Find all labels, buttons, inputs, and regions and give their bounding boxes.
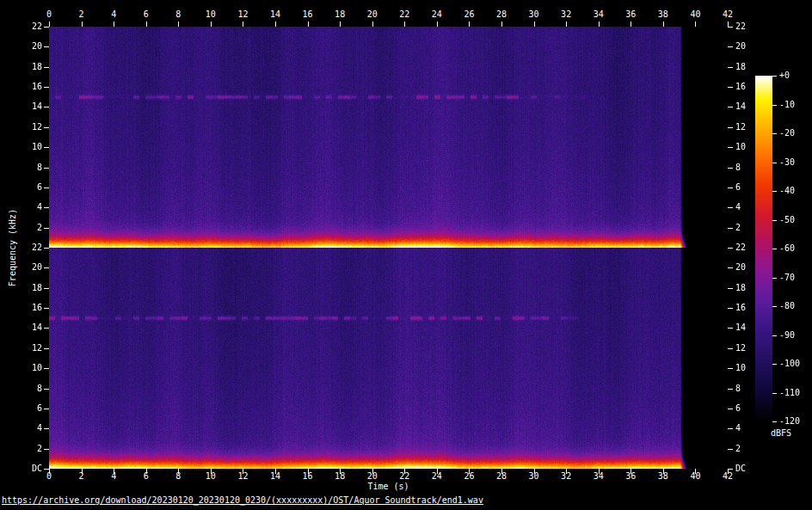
freq-tick-label-right: 18: [735, 62, 746, 72]
freq-tick-mark-left: [44, 127, 49, 128]
freq-tick-label-right: 12: [735, 343, 746, 353]
freq-tick-label-left: 14: [0, 323, 42, 333]
freq-tick-mark-left: [44, 67, 49, 68]
freq-tick-mark-right: [728, 46, 733, 47]
time-tick-label-bottom: 42: [723, 471, 733, 482]
time-tick-mark-top: [49, 22, 50, 27]
freq-tick-mark-right: [728, 27, 733, 28]
spectrogram-figure: Frequency (kHz) dBFS Time (s) https://ar…: [0, 0, 812, 510]
time-tick-mark-top: [114, 22, 114, 27]
freq-tick-label-left: 6: [0, 182, 42, 193]
freq-tick-label-left: 20: [0, 41, 42, 52]
time-tick-label-top: 40: [690, 9, 700, 20]
colorbar-tick-label: -60: [779, 243, 795, 254]
time-tick-label-top: 42: [723, 9, 733, 20]
time-tick-label-bottom: 30: [529, 471, 539, 482]
colorbar-gradient: [755, 76, 772, 421]
time-tick-label-bottom: 4: [111, 471, 116, 482]
freq-tick-mark-left: [44, 46, 49, 47]
freq-tick-mark-right: [728, 248, 733, 249]
freq-tick-mark-right: [728, 67, 733, 68]
freq-tick-mark-left: [44, 147, 49, 148]
spectrogram-channel-2: [49, 248, 728, 469]
time-tick-mark-top: [437, 22, 438, 27]
time-tick-label-bottom: 10: [206, 471, 216, 482]
time-tick-label-top: 6: [144, 9, 149, 20]
time-tick-label-top: 36: [625, 9, 636, 20]
colorbar-tick-label: -30: [779, 157, 795, 168]
spectrogram-channel-1: [49, 27, 728, 248]
time-tick-mark-top: [275, 22, 276, 27]
time-tick-label-bottom: 6: [144, 471, 149, 482]
colorbar-tick-label: -90: [779, 330, 795, 341]
time-tick-mark-top: [534, 22, 535, 27]
freq-tick-label-right: 12: [735, 122, 746, 132]
time-tick-label-top: 28: [496, 9, 507, 20]
colorbar-tick-mark: [772, 220, 777, 221]
colorbar-tick-mark: [772, 105, 777, 106]
time-tick-label-bottom: 26: [464, 471, 474, 482]
freq-tick-mark-left: [44, 348, 49, 349]
freq-tick-mark-left: [44, 428, 49, 429]
freq-tick-mark-right: [728, 87, 733, 88]
time-tick-label-bottom: 14: [270, 471, 280, 482]
colorbar-tick-mark: [772, 364, 777, 365]
freq-tick-mark-right: [728, 328, 733, 329]
time-tick-mark-top: [501, 22, 502, 27]
time-tick-mark-top: [308, 22, 309, 27]
freq-tick-mark-left: [44, 409, 49, 409]
freq-tick-label-right: 16: [735, 82, 746, 92]
time-tick-label-top: 22: [399, 9, 409, 20]
time-tick-label-top: 8: [175, 9, 181, 20]
freq-tick-label-left: 6: [0, 403, 42, 414]
time-tick-label-top: 14: [270, 9, 280, 20]
freq-tick-label-right: 22: [735, 243, 746, 253]
time-tick-mark-top: [340, 22, 341, 27]
colorbar-title: dBFS: [771, 428, 791, 439]
freq-tick-label-left: 2: [0, 223, 42, 233]
freq-tick-mark-left: [44, 107, 49, 108]
freq-tick-mark-right: [728, 147, 733, 148]
time-tick-label-top: 24: [432, 9, 442, 20]
time-tick-label-bottom: 20: [367, 471, 378, 482]
freq-tick-label-right: 20: [735, 262, 746, 273]
time-tick-mark-top: [663, 22, 664, 27]
freq-tick-label-right: 8: [735, 163, 741, 173]
source-url: https://archive.org/download/20230120_20…: [2, 495, 483, 506]
time-tick-label-top: 26: [464, 9, 474, 20]
freq-tick-label-right: 4: [735, 202, 741, 212]
freq-tick-label-left: 20: [0, 262, 42, 273]
freq-tick-label-left: 18: [0, 283, 42, 293]
time-axis-title: Time (s): [49, 482, 728, 492]
freq-dc-label-left: DC: [0, 464, 42, 474]
freq-tick-label-right: 16: [735, 303, 746, 313]
time-tick-label-top: 38: [658, 9, 668, 20]
time-tick-mark-top: [695, 22, 696, 27]
time-tick-label-top: 20: [367, 9, 378, 20]
time-tick-label-bottom: 34: [594, 471, 604, 482]
time-tick-label-top: 32: [561, 9, 571, 20]
time-tick-label-bottom: 28: [496, 471, 507, 482]
colorbar-tick-label: -10: [779, 100, 795, 110]
time-tick-label-top: 2: [79, 9, 84, 20]
time-tick-label-bottom: 22: [399, 471, 409, 482]
freq-tick-mark-right: [728, 207, 733, 208]
freq-tick-label-right: 22: [735, 22, 746, 32]
time-tick-label-bottom: 24: [432, 471, 442, 482]
freq-tick-label-right: 4: [735, 423, 741, 433]
freq-tick-label-right: 2: [735, 444, 741, 454]
time-tick-label-bottom: 0: [46, 471, 52, 482]
time-tick-label-top: 0: [46, 9, 52, 20]
freq-tick-label-right: 14: [735, 101, 746, 112]
freq-tick-label-left: 10: [0, 142, 42, 152]
freq-tick-mark-right: [728, 308, 733, 309]
freq-tick-label-right: 10: [735, 142, 746, 152]
freq-tick-mark-left: [44, 187, 49, 188]
time-tick-label-bottom: 18: [335, 471, 345, 482]
colorbar-tick-mark: [772, 393, 777, 394]
freq-tick-label-left: 12: [0, 343, 42, 353]
freq-tick-label-right: 6: [735, 403, 741, 414]
freq-tick-label-left: 8: [0, 384, 42, 394]
time-tick-mark-top: [243, 22, 243, 27]
colorbar-tick-mark: [772, 76, 777, 77]
